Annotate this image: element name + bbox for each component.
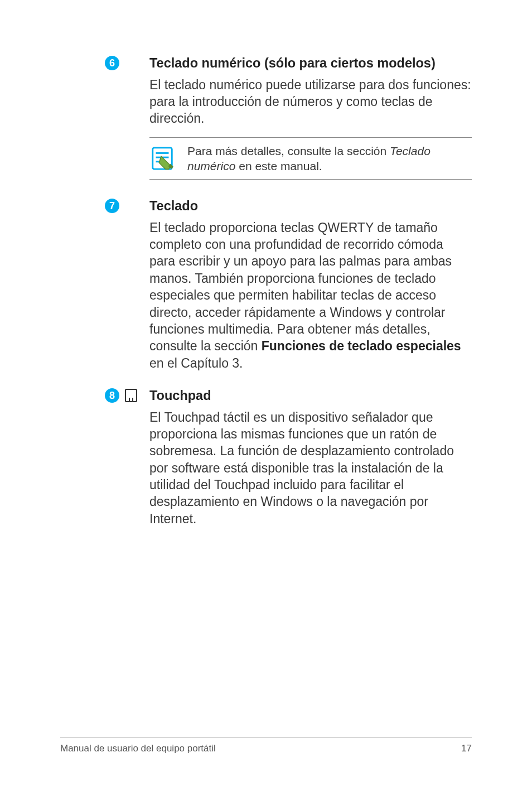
section-7-title: Teclado (149, 197, 472, 215)
section-7-body-suffix: en el Capítulo 3. (149, 356, 243, 370)
page: 6 Teclado numérico (sólo para ciertos mo… (0, 0, 532, 791)
page-footer: Manual de usuario del equipo portátil 17 (60, 737, 472, 754)
note-suffix: en este manual. (235, 160, 322, 172)
section-7-body-bold: Funciones de teclado especiales (262, 339, 461, 353)
section-8-content: Touchpad El Touchpad táctil es un dispos… (149, 387, 472, 537)
section-6-note: Para más detalles, consulte la sección T… (149, 137, 472, 180)
section-6-content: Teclado numérico (sólo para ciertos mode… (149, 55, 472, 192)
footer-page-number: 17 (461, 743, 472, 754)
section-7-body-prefix: El teclado proporciona teclas QWERTY de … (149, 220, 452, 354)
section-8-marker: 8 (105, 387, 149, 537)
section-7: 7 Teclado El teclado proporciona teclas … (105, 197, 472, 382)
section-7-body: El teclado proporciona teclas QWERTY de … (149, 219, 472, 372)
note-prefix: Para más detalles, consulte la sección (187, 144, 390, 157)
section-8-body: El Touchpad táctil es un dispositivo señ… (149, 409, 472, 528)
footer-left: Manual de usuario del equipo portátil (60, 743, 216, 754)
section-6-title: Teclado numérico (sólo para ciertos mode… (149, 55, 472, 72)
section-7-marker: 7 (105, 197, 149, 382)
section-6-note-text: Para más detalles, consulte la sección T… (187, 143, 467, 174)
section-6-marker: 6 (105, 55, 149, 192)
number-badge-7: 7 (105, 199, 119, 213)
note-icon (149, 146, 175, 171)
number-badge-8: 8 (105, 388, 119, 403)
number-badge-6: 6 (105, 56, 119, 70)
section-6: 6 Teclado numérico (sólo para ciertos mo… (105, 55, 472, 192)
section-6-body: El teclado numérico puede utilizarse par… (149, 76, 472, 127)
touchpad-icon (125, 389, 137, 402)
section-8: 8 Touchpad El Touchpad táctil es un disp… (105, 387, 472, 537)
section-7-content: Teclado El teclado proporciona teclas QW… (149, 197, 472, 382)
section-8-title: Touchpad (149, 387, 472, 404)
